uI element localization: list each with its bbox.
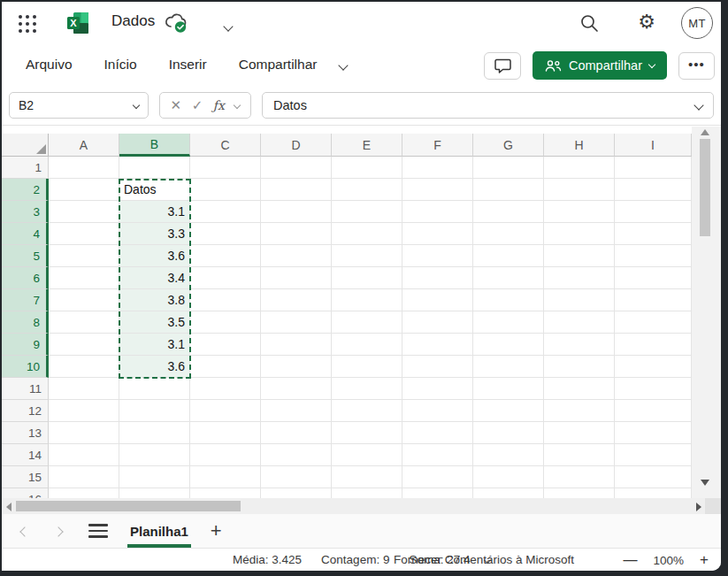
add-sheet-button[interactable]: +	[211, 522, 222, 540]
row-header-10[interactable]: 10	[2, 356, 49, 378]
row-header-16[interactable]: 16	[2, 488, 49, 498]
cell-B6[interactable]: 3.4	[119, 267, 190, 289]
cell-C1[interactable]	[190, 157, 261, 179]
cell-G6[interactable]	[473, 267, 544, 289]
cell-E6[interactable]	[332, 267, 402, 289]
formula-bar-expand-icon[interactable]	[694, 100, 703, 110]
row-header-8[interactable]: 8	[2, 311, 49, 334]
cell-D4[interactable]	[261, 223, 332, 245]
cell-E7[interactable]	[332, 289, 402, 311]
sheet-tab-planilha1[interactable]: Planilha1	[127, 514, 191, 548]
cell-I11[interactable]	[615, 378, 692, 400]
all-sheets-menu-icon[interactable]	[88, 520, 108, 541]
column-header-F[interactable]: F	[402, 134, 473, 157]
cell-F12[interactable]	[402, 400, 473, 422]
cell-G8[interactable]	[473, 311, 544, 334]
column-header-G[interactable]: G	[473, 134, 544, 157]
cell-G2[interactable]	[473, 179, 544, 201]
cell-A3[interactable]	[49, 201, 119, 223]
column-header-I[interactable]: I	[615, 134, 692, 157]
cell-A1[interactable]	[49, 157, 119, 179]
row-header-3[interactable]: 3	[2, 201, 49, 223]
cell-G14[interactable]	[473, 444, 544, 466]
cell-E8[interactable]	[332, 311, 402, 334]
cell-B7[interactable]: 3.8	[119, 289, 190, 311]
cell-H13[interactable]	[544, 422, 615, 444]
document-title[interactable]: Dados	[111, 12, 155, 30]
cell-D6[interactable]	[261, 267, 332, 289]
cell-B2[interactable]: Datos	[119, 179, 190, 201]
column-header-H[interactable]: H	[544, 134, 615, 157]
cell-H10[interactable]	[544, 356, 615, 378]
cell-D16[interactable]	[261, 488, 332, 498]
row-header-2[interactable]: 2	[2, 179, 49, 201]
row-header-6[interactable]: 6	[2, 267, 49, 289]
cell-G3[interactable]	[473, 201, 544, 223]
cell-H15[interactable]	[544, 466, 615, 488]
feedback-link[interactable]: Fornecer Comentários à Microsoft	[394, 553, 574, 566]
cell-B5[interactable]: 3.6	[119, 245, 190, 267]
cell-F11[interactable]	[402, 378, 473, 400]
cell-A5[interactable]	[49, 245, 119, 267]
cell-E11[interactable]	[332, 378, 402, 400]
formula-input[interactable]: Datos	[262, 92, 714, 119]
cell-E9[interactable]	[332, 334, 402, 356]
cell-D10[interactable]	[261, 356, 332, 378]
cell-F5[interactable]	[402, 245, 473, 267]
cell-E16[interactable]	[332, 488, 402, 498]
menu-chevron-down-icon[interactable]	[340, 57, 347, 73]
insert-function-icon[interactable]: ƒx	[213, 98, 225, 112]
cell-C11[interactable]	[190, 378, 261, 400]
column-header-A[interactable]: A	[49, 134, 119, 157]
cell-H1[interactable]	[544, 157, 615, 179]
menu-item-arquivo[interactable]: Arquivo	[26, 57, 73, 73]
cell-I4[interactable]	[615, 223, 692, 245]
cell-B11[interactable]	[119, 378, 190, 400]
cell-G10[interactable]	[473, 356, 544, 378]
cell-B3[interactable]: 3.1	[119, 201, 190, 223]
cell-G9[interactable]	[473, 334, 544, 356]
cell-C4[interactable]	[190, 223, 261, 245]
cell-H7[interactable]	[544, 289, 615, 311]
cell-G13[interactable]	[473, 422, 544, 444]
cell-H14[interactable]	[544, 444, 615, 466]
cell-F14[interactable]	[402, 444, 473, 466]
cell-H9[interactable]	[544, 334, 615, 356]
cell-E10[interactable]	[332, 356, 402, 378]
cell-I1[interactable]	[615, 157, 692, 179]
cell-G4[interactable]	[473, 223, 544, 245]
cell-B12[interactable]	[119, 400, 190, 422]
cell-G7[interactable]	[473, 289, 544, 311]
previous-sheet-icon[interactable]	[14, 523, 35, 539]
cell-I12[interactable]	[615, 400, 692, 422]
cell-H2[interactable]	[544, 179, 615, 201]
cell-C14[interactable]	[190, 444, 261, 466]
row-header-11[interactable]: 11	[2, 378, 49, 400]
row-header-4[interactable]: 4	[2, 223, 49, 245]
title-chevron-down-icon[interactable]	[225, 18, 232, 34]
cell-G16[interactable]	[473, 488, 544, 498]
cell-F6[interactable]	[402, 267, 473, 289]
cell-G1[interactable]	[473, 157, 544, 179]
row-header-13[interactable]: 13	[2, 422, 49, 444]
app-launcher-icon[interactable]	[17, 13, 38, 35]
cell-B14[interactable]	[119, 444, 190, 466]
cell-I14[interactable]	[615, 444, 692, 466]
cell-F4[interactable]	[402, 223, 473, 245]
scroll-down-icon[interactable]	[701, 480, 709, 486]
row-header-5[interactable]: 5	[2, 245, 49, 267]
cell-D2[interactable]	[261, 179, 332, 201]
cell-E13[interactable]	[332, 422, 402, 444]
cell-F3[interactable]	[402, 201, 473, 223]
cell-C8[interactable]	[190, 311, 261, 334]
cell-B10[interactable]: 3.6	[119, 356, 190, 378]
cell-D12[interactable]	[261, 400, 332, 422]
cell-D5[interactable]	[261, 245, 332, 267]
cloud-saved-icon[interactable]	[164, 12, 190, 35]
cell-A9[interactable]	[49, 334, 119, 356]
cell-A10[interactable]	[49, 356, 119, 378]
cell-E12[interactable]	[332, 400, 402, 422]
cell-G15[interactable]	[473, 466, 544, 488]
cell-I16[interactable]	[615, 488, 692, 498]
cell-F1[interactable]	[402, 157, 473, 179]
